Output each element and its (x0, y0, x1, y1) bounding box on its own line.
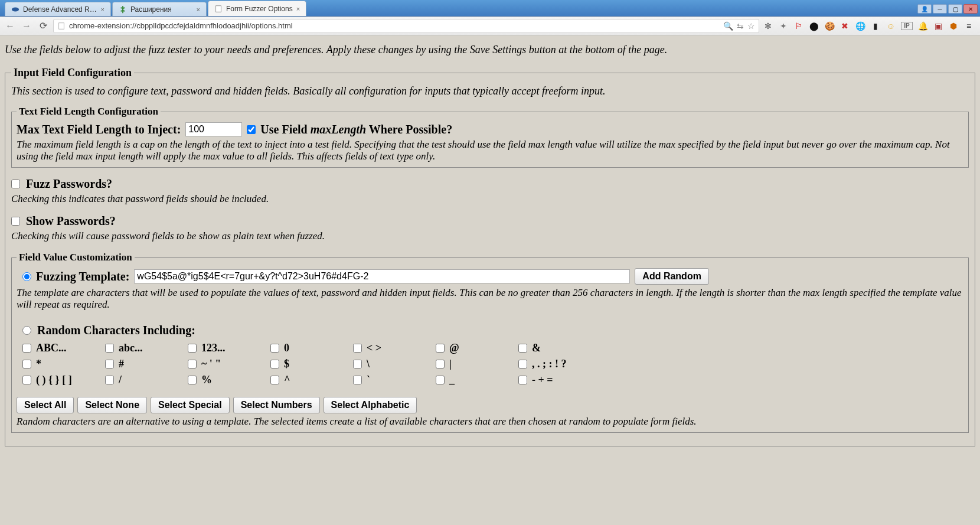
char-option[interactable]: / (105, 374, 188, 386)
char-option[interactable]: - + = (518, 374, 601, 386)
char-option-label: abc... (119, 342, 143, 354)
hot-icon[interactable]: ✦ (778, 21, 789, 31)
char-option[interactable]: ABC... (22, 342, 105, 354)
cookie-icon[interactable]: 🍪 (824, 21, 835, 31)
char-option[interactable]: % (188, 374, 270, 386)
char-option-checkbox[interactable] (270, 344, 279, 353)
browser-tab-active[interactable]: Form Fuzzer Options × (208, 1, 306, 16)
translate-icon[interactable]: ⇆ (737, 21, 744, 31)
char-option-checkbox[interactable] (436, 360, 445, 369)
user-icon[interactable]: 👤 (917, 4, 932, 14)
char-option-checkbox[interactable] (22, 376, 31, 384)
template-radio[interactable] (22, 272, 31, 281)
select-all-button[interactable]: Select All (17, 397, 74, 413)
char-option-checkbox[interactable] (270, 376, 279, 384)
char-option-label: ABC... (36, 342, 67, 354)
browser-tab[interactable]: Defense Advanced Resear × (5, 2, 111, 16)
char-option-checkbox[interactable] (270, 360, 279, 369)
shield-icon[interactable]: ▣ (933, 21, 943, 31)
use-maxlength-checkbox[interactable] (247, 125, 256, 134)
char-option[interactable]: ^ (270, 374, 353, 386)
reload-button[interactable]: ⟳ (37, 19, 50, 32)
select-special-button[interactable]: Select Special (151, 397, 230, 413)
browser-tab[interactable]: Расширения × (112, 2, 207, 16)
char-option-checkbox[interactable] (22, 360, 31, 369)
char-option-checkbox[interactable] (518, 376, 527, 384)
char-option-checkbox[interactable] (518, 344, 527, 353)
emoji-icon[interactable]: ☺ (886, 21, 896, 31)
close-icon[interactable]: × (197, 6, 200, 13)
zoom-icon[interactable]: 🔍 (723, 21, 733, 31)
fuzz-passwords-checkbox[interactable] (11, 180, 20, 188)
badge-icon[interactable]: ⬢ (948, 21, 959, 31)
block-icon[interactable]: ✖ (839, 21, 850, 31)
record-icon[interactable]: ⬤ (809, 21, 819, 31)
char-option[interactable]: # (105, 358, 188, 370)
favicon-icon (11, 5, 19, 14)
char-option[interactable]: $ (270, 358, 353, 370)
show-passwords-checkbox[interactable] (11, 217, 20, 226)
char-option[interactable]: abc... (105, 342, 188, 354)
char-option-label: & (532, 342, 541, 354)
char-option-checkbox[interactable] (353, 360, 362, 369)
char-option[interactable]: | (436, 358, 518, 370)
char-option-checkbox[interactable] (105, 360, 114, 369)
char-option-checkbox[interactable] (188, 344, 197, 353)
close-icon[interactable]: × (101, 6, 104, 13)
forward-button[interactable]: → (20, 19, 33, 32)
bookmark-star-icon[interactable]: ☆ (747, 21, 755, 31)
char-option[interactable]: , . ; : ! ? (518, 358, 601, 370)
char-option[interactable]: _ (436, 374, 518, 386)
globe-icon[interactable]: 🌐 (855, 21, 865, 31)
back-button[interactable]: ← (4, 19, 17, 32)
char-option-checkbox[interactable] (105, 376, 114, 384)
select-numbers-button[interactable]: Select Numbers (233, 397, 320, 413)
char-option-checkbox[interactable] (353, 344, 362, 353)
random-chars-radio[interactable] (22, 326, 31, 335)
select-alphabetic-button[interactable]: Select Alphabetic (324, 397, 417, 413)
char-option[interactable]: @ (436, 342, 518, 354)
add-random-button[interactable]: Add Random (635, 268, 709, 285)
maximize-button[interactable]: ▢ (948, 4, 962, 14)
char-option[interactable]: ( ) { } [ ] (22, 374, 105, 386)
template-input[interactable] (134, 269, 630, 283)
select-none-button[interactable]: Select None (77, 397, 147, 413)
char-option-label: , . ; : ! ? (532, 358, 566, 370)
minimize-button[interactable]: ─ (933, 4, 947, 14)
char-option[interactable]: & (518, 342, 601, 354)
random-chars-desc: Random characters are an alternative to … (17, 416, 963, 428)
char-option[interactable]: * (22, 358, 105, 370)
flag-icon[interactable]: 🏳 (793, 21, 804, 31)
char-option-checkbox[interactable] (436, 344, 445, 353)
menu-icon[interactable]: ≡ (963, 21, 974, 31)
char-option-checkbox[interactable] (188, 360, 197, 369)
char-option-checkbox[interactable] (436, 376, 445, 384)
max-length-label: Max Text Field Length to Inject: (17, 123, 181, 136)
char-option-label: _ (449, 374, 455, 386)
max-length-input[interactable] (185, 122, 242, 136)
window-close-button[interactable]: ✕ (963, 4, 978, 14)
char-option[interactable]: \ (353, 358, 436, 370)
char-option[interactable]: ~ ' " (188, 358, 270, 370)
options-page: Use the fields below to adjust the fuzz … (0, 35, 980, 525)
url-bar[interactable]: chrome-extension://cbpplldpcdcfejdaldmnf… (53, 19, 759, 33)
settings-gear[interactable]: ✻ (763, 21, 773, 31)
char-option-checkbox[interactable] (353, 376, 362, 384)
char-option-label: $ (284, 358, 289, 370)
ip-icon[interactable]: IP (901, 22, 913, 30)
book-icon[interactable]: ▮ (870, 21, 881, 31)
char-option[interactable]: < > (353, 342, 436, 354)
close-icon[interactable]: × (296, 5, 300, 12)
bell-icon[interactable]: 🔔 (917, 21, 928, 31)
char-option[interactable]: 0 (270, 342, 353, 354)
char-option-label: ^ (284, 374, 290, 386)
char-option[interactable]: 123... (188, 342, 270, 354)
char-option-checkbox[interactable] (22, 344, 31, 353)
page-icon (214, 5, 223, 13)
fuzz-passwords-label: Fuzz Passwords? (26, 177, 112, 191)
char-option[interactable]: ` (353, 374, 436, 386)
random-chars-label: Random Characters Including: (37, 324, 195, 337)
char-option-checkbox[interactable] (518, 360, 527, 369)
char-option-checkbox[interactable] (105, 344, 114, 353)
char-option-checkbox[interactable] (188, 376, 197, 384)
